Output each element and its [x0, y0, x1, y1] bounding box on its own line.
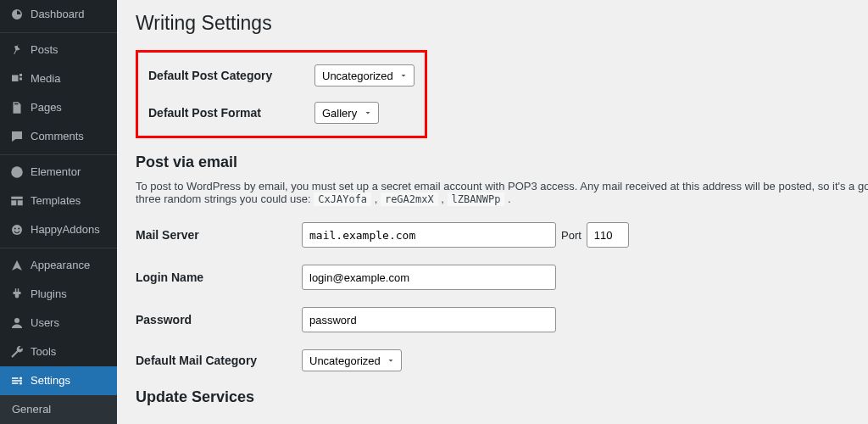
- sidebar-item-templates[interactable]: Templates: [0, 187, 117, 215]
- mail-server-port-input[interactable]: [587, 222, 629, 248]
- media-icon: [8, 70, 25, 87]
- default-post-format-select[interactable]: Gallery: [314, 102, 379, 124]
- sidebar-item-label: Pages: [31, 100, 62, 115]
- password-label: Password: [136, 313, 302, 326]
- sidebar-item-happyaddons[interactable]: HappyAddons: [0, 215, 117, 244]
- submenu-item-writing[interactable]: Writing: [0, 420, 117, 424]
- sidebar-item-label: Posts: [31, 42, 58, 58]
- sidebar-item-label: Comments: [31, 129, 84, 144]
- sidebar-item-tools[interactable]: Tools: [0, 338, 117, 366]
- sidebar-item-dashboard[interactable]: Dashboard: [0, 0, 117, 29]
- dashboard-icon: [8, 6, 25, 23]
- plugins-icon: [8, 286, 25, 303]
- sidebar-item-comments[interactable]: Comments: [0, 122, 117, 151]
- mail-server-label: Mail Server: [136, 228, 302, 242]
- sidebar-item-label: Settings: [31, 373, 70, 388]
- sidebar-item-plugins[interactable]: Plugins: [0, 280, 117, 309]
- admin-sidebar: Dashboard Posts Media Pages Comments Ele…: [0, 0, 117, 424]
- description-text-2: three random strings you could use:: [136, 192, 314, 205]
- sidebar-item-label: Dashboard: [31, 7, 85, 22]
- login-name-label: Login Name: [136, 271, 302, 284]
- description-text: To post to WordPress by email, you must …: [136, 180, 868, 192]
- templates-icon: [8, 192, 25, 209]
- default-mail-category-label: Default Mail Category: [136, 354, 302, 367]
- update-services-heading: Update Services: [136, 388, 851, 406]
- svg-point-0: [11, 166, 23, 178]
- sidebar-item-users[interactable]: Users: [0, 309, 117, 338]
- appearance-icon: [8, 257, 25, 274]
- main-content: Writing Settings Default Post Category U…: [117, 0, 868, 424]
- sidebar-item-label: Appearance: [31, 258, 90, 273]
- sidebar-item-label: Users: [31, 315, 59, 331]
- svg-point-6: [19, 382, 22, 385]
- sidebar-item-media[interactable]: Media: [0, 64, 117, 93]
- pin-icon: [8, 42, 25, 59]
- sidebar-item-label: HappyAddons: [31, 222, 100, 237]
- page-title: Writing Settings: [136, 12, 851, 35]
- sidebar-item-label: Tools: [31, 344, 56, 360]
- pages-icon: [8, 99, 25, 116]
- users-icon: [8, 315, 25, 332]
- sidebar-item-elementor[interactable]: Elementor: [0, 154, 117, 187]
- happyaddons-icon: [8, 221, 25, 238]
- sidebar-item-label: Elementor: [31, 165, 81, 180]
- settings-icon: [8, 372, 25, 389]
- sidebar-item-label: Templates: [31, 193, 81, 209]
- sidebar-item-label: Plugins: [31, 287, 67, 302]
- post-via-email-description: To post to WordPress by email, you must …: [136, 180, 851, 205]
- sidebar-item-label: Media: [31, 71, 60, 86]
- default-mail-category-select[interactable]: Uncategorized: [302, 349, 402, 371]
- tools-icon: [8, 343, 25, 360]
- svg-point-4: [14, 318, 19, 323]
- svg-point-3: [18, 228, 19, 230]
- settings-submenu: General Writing Reading: [0, 395, 117, 424]
- random-string-code: CxJAYofa: [314, 192, 371, 206]
- sidebar-item-settings[interactable]: Settings: [0, 366, 117, 395]
- default-post-category-select[interactable]: Uncategorized: [314, 64, 415, 86]
- highlighted-settings-box: Default Post Category Uncategorized Defa…: [136, 50, 427, 138]
- post-via-email-heading: Post via email: [136, 153, 851, 171]
- sidebar-item-pages[interactable]: Pages: [0, 93, 117, 122]
- default-post-format-label: Default Post Format: [148, 106, 314, 120]
- comments-icon: [8, 128, 25, 145]
- login-name-input[interactable]: [302, 265, 556, 290]
- random-string-code: reGA2mxX: [381, 192, 438, 206]
- random-string-code: lZBANWPp: [448, 192, 505, 206]
- sidebar-item-posts[interactable]: Posts: [0, 32, 117, 64]
- sidebar-item-appearance[interactable]: Appearance: [0, 248, 117, 280]
- port-label: Port: [561, 229, 581, 242]
- submenu-item-general[interactable]: General: [0, 399, 117, 420]
- svg-point-2: [14, 228, 16, 230]
- password-input[interactable]: [302, 307, 556, 332]
- mail-server-input[interactable]: [302, 222, 556, 248]
- elementor-icon: [8, 164, 25, 181]
- default-post-category-label: Default Post Category: [148, 69, 314, 82]
- svg-point-5: [19, 377, 22, 380]
